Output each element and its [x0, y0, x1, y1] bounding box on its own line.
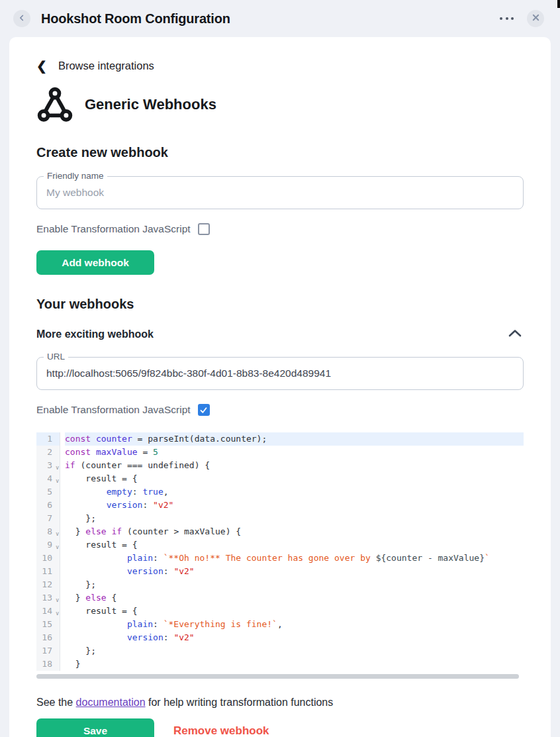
code-line[interactable]: }; [65, 512, 524, 525]
remove-webhook-button[interactable]: Remove webhook [173, 724, 269, 737]
line-number: 16 [36, 631, 60, 644]
code-line[interactable]: } else if (counter > maxValue) { [65, 525, 524, 538]
create-webhook-heading: Create new webhook [36, 145, 524, 160]
line-number: 14v [36, 605, 60, 618]
create-transform-label: Enable Transformation JavaScript [36, 223, 191, 235]
webhook-transform-checkbox[interactable] [198, 404, 210, 416]
code-line[interactable]: version: "v2" [65, 565, 524, 578]
chevron-left-icon [17, 13, 26, 25]
line-number: 7 [36, 512, 60, 525]
line-number: 11 [36, 565, 60, 578]
code-line[interactable]: result = { [65, 538, 524, 552]
url-label: URL [44, 352, 68, 362]
config-card: ❮ Browse integrations Generic Webhooks C… [9, 37, 551, 737]
code-line[interactable]: const maxValue = 5 [65, 446, 524, 459]
line-number: 13v [36, 591, 60, 605]
line-number: 4v [36, 472, 60, 485]
code-line[interactable]: version: "v2" [65, 499, 524, 512]
doc-suffix: for help writing transformation function… [146, 697, 334, 708]
webhook-transform-label: Enable Transformation JavaScript [36, 404, 191, 416]
friendly-name-input[interactable] [46, 187, 514, 199]
doc-prefix: See the [36, 697, 76, 708]
close-button[interactable] [527, 10, 544, 27]
line-number: 12 [36, 578, 60, 591]
code-line[interactable]: result = { [65, 472, 524, 485]
browse-integrations-link[interactable]: ❮ Browse integrations [36, 60, 154, 72]
save-button[interactable]: Save [36, 718, 154, 737]
back-button[interactable] [13, 10, 30, 27]
overflow-menu-icon[interactable] [497, 13, 516, 24]
add-webhook-button[interactable]: Add webhook [36, 250, 154, 275]
editor-gutter: 123v4v5678v9v10111213v14v15161718 [36, 432, 60, 671]
line-number: 10 [36, 552, 60, 565]
screen-edge-artifact [557, 0, 560, 8]
line-number: 18 [36, 658, 60, 671]
editor-code-pane[interactable]: const counter = parseInt(data.counter);c… [60, 432, 524, 671]
browse-integrations-label: Browse integrations [58, 60, 154, 72]
friendly-name-field: Friendly name [36, 176, 524, 209]
line-number: 8v [36, 525, 60, 538]
webhook-url-field: URL [36, 357, 524, 390]
line-number: 2 [36, 446, 60, 459]
line-number: 17 [36, 644, 60, 658]
chevron-up-icon [508, 330, 522, 340]
webhook-transform-row: Enable Transformation JavaScript [36, 404, 524, 416]
your-webhooks-heading: Your webhooks [36, 297, 524, 312]
code-line[interactable]: empty: true, [65, 485, 524, 499]
code-line[interactable]: } [65, 658, 524, 671]
chevron-left-icon: ❮ [36, 60, 47, 72]
code-line[interactable]: }; [65, 644, 524, 658]
action-row: Save Remove webhook [36, 718, 524, 737]
line-number: 9v [36, 538, 60, 552]
webhook-name: More exciting webhook [36, 328, 506, 340]
webhook-url-input[interactable] [46, 368, 514, 379]
collapse-button[interactable] [506, 327, 524, 341]
friendly-name-label: Friendly name [44, 171, 107, 181]
code-line[interactable]: plain: `**Oh no!** The counter has gone … [65, 552, 524, 565]
editor-horizontal-scrollbar[interactable] [36, 674, 519, 679]
code-line[interactable]: if (counter === undefined) { [65, 459, 524, 472]
code-line[interactable]: version: "v2" [65, 631, 524, 644]
line-number: 6 [36, 499, 60, 512]
page-title: Hookshot Room Configuration [41, 11, 487, 26]
line-number: 3v [36, 459, 60, 472]
line-number: 5 [36, 485, 60, 499]
code-line[interactable]: const counter = parseInt(data.counter); [65, 432, 524, 446]
documentation-hint: See the documentation for help writing t… [36, 697, 524, 709]
webhook-icon [36, 86, 73, 123]
code-line[interactable]: }; [65, 578, 524, 591]
service-header: Generic Webhooks [36, 86, 524, 123]
close-icon [532, 13, 540, 24]
code-line[interactable]: result = { [65, 605, 524, 618]
create-transform-row: Enable Transformation JavaScript [36, 223, 524, 235]
webhook-list-item[interactable]: More exciting webhook [36, 327, 524, 341]
documentation-link[interactable]: documentation [76, 697, 146, 708]
line-number: 15 [36, 618, 60, 631]
code-line[interactable]: } else { [65, 591, 524, 605]
code-editor[interactable]: 123v4v5678v9v10111213v14v15161718 const … [36, 430, 524, 671]
line-number: 1 [36, 432, 60, 446]
code-line[interactable]: plain: `*Everything is fine!`, [65, 618, 524, 631]
service-title: Generic Webhooks [85, 96, 216, 113]
create-transform-checkbox[interactable] [198, 223, 210, 235]
titlebar: Hookshot Room Configuration [0, 0, 560, 37]
